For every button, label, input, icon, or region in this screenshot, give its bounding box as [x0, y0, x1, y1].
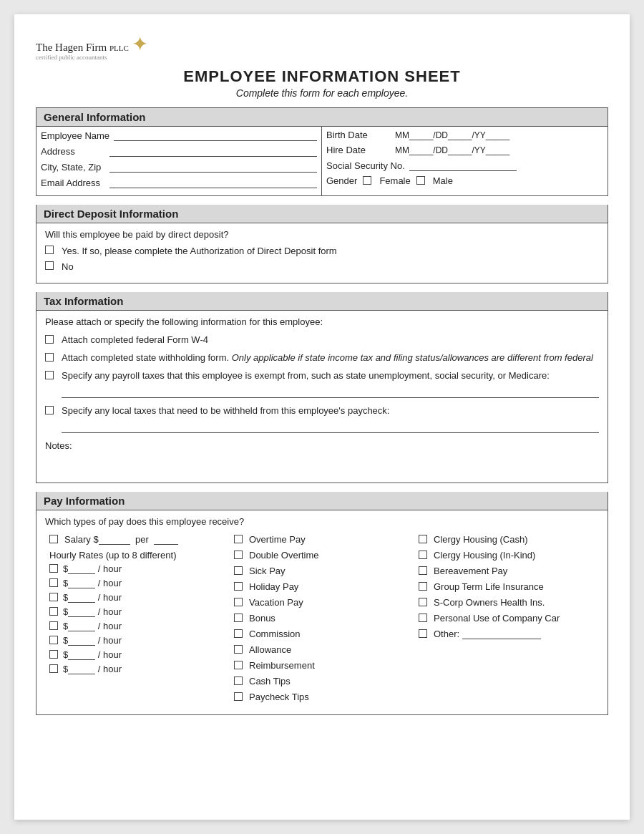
- pay-info-body: Which types of pay does this employee re…: [36, 510, 608, 714]
- exempt-block: Specify any payroll taxes that this empl…: [62, 370, 599, 398]
- tax-item-w4: Attach completed federal Form W-4: [45, 334, 599, 345]
- hourly-5-line[interactable]: [68, 621, 95, 631]
- vacation-pay-checkbox[interactable]: [234, 598, 243, 606]
- female-checkbox[interactable]: [363, 176, 371, 185]
- certified-label: certified public accountants: [36, 54, 148, 62]
- salary-period-line[interactable]: [154, 534, 178, 545]
- cash-tips-label: Cash Tips: [249, 676, 291, 687]
- dd-yes-checkbox[interactable]: [45, 246, 54, 254]
- male-checkbox[interactable]: [416, 176, 425, 185]
- double-overtime-label: Double Overtime: [249, 550, 319, 561]
- hourly-3-line[interactable]: [68, 592, 95, 603]
- reimbursement-label: Reimbursement: [249, 660, 315, 671]
- gender-label: Gender: [326, 175, 357, 186]
- city-line[interactable]: [109, 161, 317, 173]
- holiday-pay-row: Holiday Pay: [234, 581, 410, 592]
- email-row: Email Address: [41, 177, 317, 188]
- hourly-6-checkbox[interactable]: [49, 636, 58, 644]
- scorp-health-checkbox[interactable]: [419, 598, 427, 606]
- other-line[interactable]: [462, 629, 541, 639]
- hourly-2-checkbox[interactable]: [49, 578, 58, 587]
- double-overtime-checkbox[interactable]: [234, 551, 243, 559]
- email-label: Email Address: [41, 178, 105, 188]
- cash-tips-row: Cash Tips: [234, 676, 410, 687]
- hourly-6-line[interactable]: [68, 635, 95, 646]
- sick-pay-checkbox[interactable]: [234, 566, 243, 575]
- hourly-2-label: $ / hour: [63, 578, 122, 588]
- vacation-pay-row: Vacation Pay: [234, 597, 410, 608]
- hourly-7-line[interactable]: [68, 649, 95, 660]
- bonus-checkbox[interactable]: [234, 614, 243, 622]
- dd-no-checkbox[interactable]: [45, 261, 54, 270]
- commission-checkbox[interactable]: [234, 629, 243, 638]
- clergy-cash-checkbox[interactable]: [419, 535, 427, 543]
- other-checkbox[interactable]: [419, 629, 427, 638]
- salary-checkbox[interactable]: [49, 535, 58, 543]
- doc-title-block: EMPLOYEE INFORMATION SHEET Complete this…: [36, 67, 608, 99]
- local-taxes-line[interactable]: [62, 422, 599, 433]
- hourly-8-line[interactable]: [68, 664, 95, 674]
- clergy-cash-label: Clergy Housing (Cash): [434, 534, 528, 545]
- reimbursement-row: Reimbursement: [234, 660, 410, 671]
- holiday-pay-label: Holiday Pay: [249, 581, 298, 592]
- employee-name-line[interactable]: [114, 130, 317, 141]
- bonus-row: Bonus: [234, 613, 410, 624]
- hourly-row-8: $ / hour: [49, 664, 225, 674]
- state-withholding-label: Attach completed state withholding form.…: [62, 352, 593, 363]
- employee-name-label: Employee Name: [41, 130, 109, 141]
- salary-row: Salary $ per: [49, 534, 225, 545]
- other-label: Other:: [434, 629, 541, 639]
- exempt-checkbox[interactable]: [45, 371, 54, 379]
- hourly-3-label: $ / hour: [63, 592, 122, 603]
- birth-date-row: Birth Date MM_____/DD_____/YY_____: [326, 130, 603, 140]
- hourly-4-label: $ / hour: [63, 606, 122, 617]
- exempt-line[interactable]: [62, 387, 599, 398]
- overtime-label: Overtime Pay: [249, 534, 306, 545]
- pay-info-section: Pay Information Which types of pay does …: [36, 492, 608, 715]
- birth-date-label: Birth Date: [326, 130, 391, 140]
- overtime-row: Overtime Pay: [234, 534, 410, 545]
- allowance-checkbox[interactable]: [234, 645, 243, 654]
- state-withholding-checkbox[interactable]: [45, 353, 54, 362]
- clergy-inkind-checkbox[interactable]: [419, 551, 427, 559]
- pay-info-header: Pay Information: [36, 492, 608, 510]
- hire-date-label: Hire Date: [326, 145, 391, 155]
- paycheck-tips-checkbox[interactable]: [234, 692, 243, 701]
- general-info-section: General Information Employee Name Addres…: [36, 107, 608, 196]
- local-taxes-checkbox[interactable]: [45, 406, 54, 414]
- hourly-4-line[interactable]: [68, 606, 95, 617]
- holiday-pay-checkbox[interactable]: [234, 582, 243, 591]
- hourly-1-line[interactable]: [68, 563, 95, 574]
- gender-row: Gender Female Male: [326, 175, 603, 186]
- direct-deposit-header: Direct Deposit Information: [36, 205, 608, 223]
- email-line[interactable]: [109, 177, 317, 188]
- group-term-life-checkbox[interactable]: [419, 582, 427, 591]
- salary-amount-line[interactable]: [99, 534, 130, 545]
- hourly-7-label: $ / hour: [63, 649, 122, 660]
- city-label: City, State, Zip: [41, 162, 105, 173]
- overtime-checkbox[interactable]: [234, 535, 243, 543]
- hourly-row-5: $ / hour: [49, 621, 225, 631]
- address-line[interactable]: [109, 145, 317, 157]
- w4-checkbox[interactable]: [45, 335, 54, 344]
- doc-subtitle: Complete this form for each employee.: [36, 87, 608, 99]
- local-taxes-label: Specify any local taxes that need to be …: [62, 405, 389, 416]
- tax-item-local: Specify any local taxes that need to be …: [45, 405, 599, 433]
- hourly-7-checkbox[interactable]: [49, 650, 58, 659]
- logo-text-block: The Hagen Firm PLLC ✦ certified public a…: [36, 34, 148, 62]
- reimbursement-checkbox[interactable]: [234, 661, 243, 669]
- hourly-8-checkbox[interactable]: [49, 664, 58, 673]
- personal-car-checkbox[interactable]: [419, 614, 427, 622]
- hourly-5-checkbox[interactable]: [49, 621, 58, 630]
- cash-tips-checkbox[interactable]: [234, 677, 243, 685]
- pllc-label: PLLC: [109, 44, 129, 52]
- hourly-1-checkbox[interactable]: [49, 564, 58, 573]
- dd-no-label: No: [62, 261, 74, 272]
- hourly-2-line[interactable]: [68, 578, 95, 588]
- hourly-4-checkbox[interactable]: [49, 607, 58, 616]
- hourly-3-checkbox[interactable]: [49, 593, 58, 601]
- ssn-line[interactable]: [409, 160, 517, 171]
- state-withholding-text: Attach completed state withholding form.: [62, 352, 229, 363]
- w4-label: Attach completed federal Form W-4: [62, 334, 208, 345]
- bereavement-checkbox[interactable]: [419, 566, 427, 575]
